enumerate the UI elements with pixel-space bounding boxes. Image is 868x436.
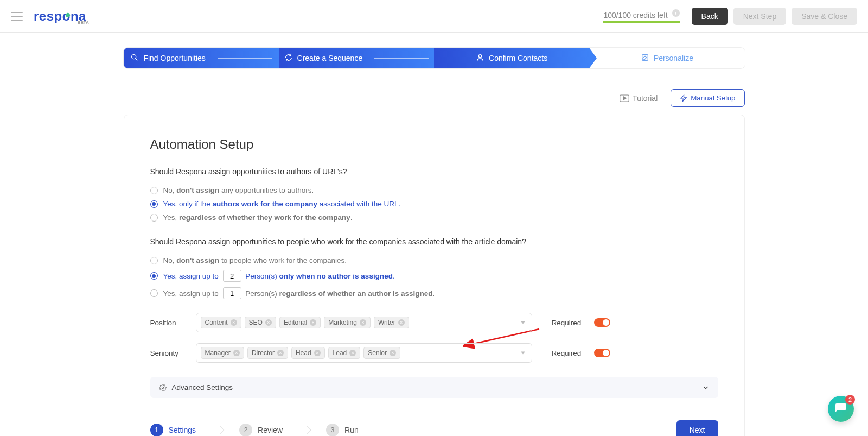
edit-icon	[641, 53, 649, 64]
tag-remove-icon[interactable]: ×	[314, 350, 321, 356]
progress-step-confirm[interactable]: Confirm Contacts	[434, 48, 589, 68]
progress-step-personalize[interactable]: Personalize	[589, 48, 744, 68]
play-icon	[620, 94, 629, 102]
radio-icon[interactable]	[150, 272, 158, 280]
position-required-toggle[interactable]	[594, 318, 610, 327]
next-button[interactable]: Next	[676, 420, 718, 436]
advanced-settings-toggle[interactable]: Advanced Settings	[150, 377, 718, 398]
tag[interactable]: Head×	[291, 347, 325, 359]
svg-marker-5	[624, 97, 627, 100]
radio-icon[interactable]	[150, 289, 158, 297]
tutorial-link[interactable]: Tutorial	[614, 91, 663, 106]
radio-icon[interactable]	[150, 257, 158, 264]
tag-remove-icon[interactable]: ×	[390, 350, 396, 356]
q1-option-1[interactable]: No, don't assign any opportunities to au…	[150, 184, 718, 197]
chat-icon	[834, 402, 847, 415]
topbar: respona BETA 100/100 credits left i Back…	[0, 0, 868, 33]
q2-option-1[interactable]: No, don't assign to people who work for …	[150, 254, 718, 267]
seniority-tag-input[interactable]: Manager×Director×Head×Lead×Senior×	[196, 343, 532, 363]
wizard-step-review[interactable]: 2Review	[239, 424, 326, 436]
option-text: Yes, assign up to Person(s) only when no…	[163, 270, 395, 282]
tag[interactable]: Writer×	[374, 317, 409, 328]
persons-input[interactable]	[223, 287, 241, 299]
progress-bar: Find Opportunities Create a Sequence Con…	[124, 48, 745, 68]
q2-option-2[interactable]: Yes, assign up to Person(s) only when no…	[150, 267, 718, 285]
tag[interactable]: Director×	[247, 347, 288, 359]
save-close-button[interactable]: Save & Close	[792, 8, 857, 25]
cycle-icon	[284, 53, 293, 64]
wizard-step-settings[interactable]: 1Settings	[150, 424, 240, 436]
tag-remove-icon[interactable]: ×	[265, 319, 272, 326]
question-1: Should Respona assign opportunities to a…	[150, 167, 718, 176]
progress-step-sequence[interactable]: Create a Sequence	[279, 48, 434, 68]
option-text: Yes, only if the authors work for the co…	[163, 200, 401, 208]
radio-icon[interactable]	[150, 187, 158, 194]
tag[interactable]: Editorial×	[279, 317, 321, 328]
tag-remove-icon[interactable]: ×	[398, 319, 405, 326]
progress-step-label: Create a Sequence	[297, 54, 363, 62]
option-text: Yes, regardless of whether they work for…	[163, 213, 353, 222]
position-tag-input[interactable]: Content×SEO×Editorial×Marketing×Writer×	[196, 313, 532, 332]
tag[interactable]: Content×	[201, 317, 241, 328]
position-field-row: Position Content×SEO×Editorial×Marketing…	[150, 313, 718, 332]
next-step-button[interactable]: Next Step	[733, 8, 786, 25]
wizard-step-run[interactable]: 3Run	[326, 424, 402, 436]
advanced-settings-label: Advanced Settings	[172, 383, 233, 391]
tutorial-label: Tutorial	[633, 94, 658, 103]
chevron-down-icon	[702, 384, 710, 391]
progress-step-find[interactable]: Find Opportunities	[124, 48, 279, 68]
credits-text: 100/100 credits left	[603, 10, 667, 19]
chat-badge: 2	[845, 395, 855, 405]
persons-input[interactable]	[223, 270, 241, 282]
q2-option-3[interactable]: Yes, assign up to Person(s) regardless o…	[150, 285, 718, 302]
question-2: Should Respona assign opportunities to p…	[150, 237, 718, 246]
card-footer: 1Settings2Review3Run Next	[124, 409, 744, 436]
required-label: Required	[552, 349, 582, 357]
wizard-step-label: Settings	[169, 426, 196, 434]
info-icon[interactable]: i	[672, 9, 680, 17]
wizard-step-label: Run	[344, 426, 359, 434]
q1-option-2[interactable]: Yes, only if the authors work for the co…	[150, 197, 718, 211]
svg-point-9	[162, 387, 164, 389]
back-button[interactable]: Back	[692, 8, 728, 25]
wizard-steps: 1Settings2Review3Run	[150, 424, 402, 436]
wizard-step-number: 2	[239, 424, 252, 436]
hamburger-menu-icon[interactable]	[11, 9, 23, 23]
page-title: Automation Setup	[150, 137, 718, 152]
manual-setup-button[interactable]: Manual Setup	[671, 89, 744, 107]
tag-remove-icon[interactable]: ×	[231, 319, 237, 326]
credits-indicator[interactable]: 100/100 credits left i	[603, 9, 679, 23]
tag-remove-icon[interactable]: ×	[310, 319, 316, 326]
option-text: Yes, assign up to Person(s) regardless o…	[163, 287, 435, 299]
gear-icon	[159, 384, 167, 391]
position-label: Position	[150, 319, 183, 327]
svg-point-2	[478, 54, 481, 57]
svg-point-0	[132, 54, 136, 59]
logo[interactable]: respona BETA	[34, 9, 86, 24]
progress-step-label: Find Opportunities	[143, 54, 205, 62]
tag[interactable]: SEO×	[245, 317, 276, 328]
seniority-label: Seniority	[150, 349, 183, 357]
tag[interactable]: Lead×	[328, 347, 361, 359]
chat-widget[interactable]: 2	[828, 396, 854, 422]
seniority-required-toggle[interactable]	[594, 349, 610, 357]
tag[interactable]: Marketing×	[324, 317, 371, 328]
tag-remove-icon[interactable]: ×	[277, 350, 284, 356]
option-text: No, don't assign to people who work for …	[163, 256, 347, 264]
option-text: No, don't assign any opportunities to au…	[163, 186, 314, 194]
tag-remove-icon[interactable]: ×	[233, 350, 240, 356]
automation-setup-card: Automation Setup Should Respona assign o…	[124, 115, 745, 436]
tag-remove-icon[interactable]: ×	[349, 350, 356, 356]
seniority-field-row: Seniority Manager×Director×Head×Lead×Sen…	[150, 343, 718, 363]
tag[interactable]: Senior×	[363, 347, 400, 359]
radio-icon[interactable]	[150, 200, 158, 208]
logo-beta-label: BETA	[78, 20, 89, 25]
radio-icon[interactable]	[150, 214, 158, 222]
progress-step-label: Personalize	[654, 54, 693, 62]
wizard-step-label: Review	[258, 426, 283, 434]
tag-remove-icon[interactable]: ×	[360, 319, 366, 326]
q1-option-3[interactable]: Yes, regardless of whether they work for…	[150, 211, 718, 224]
progress-step-label: Confirm Contacts	[489, 54, 547, 62]
tag[interactable]: Manager×	[201, 347, 244, 359]
lightning-icon	[680, 94, 687, 102]
